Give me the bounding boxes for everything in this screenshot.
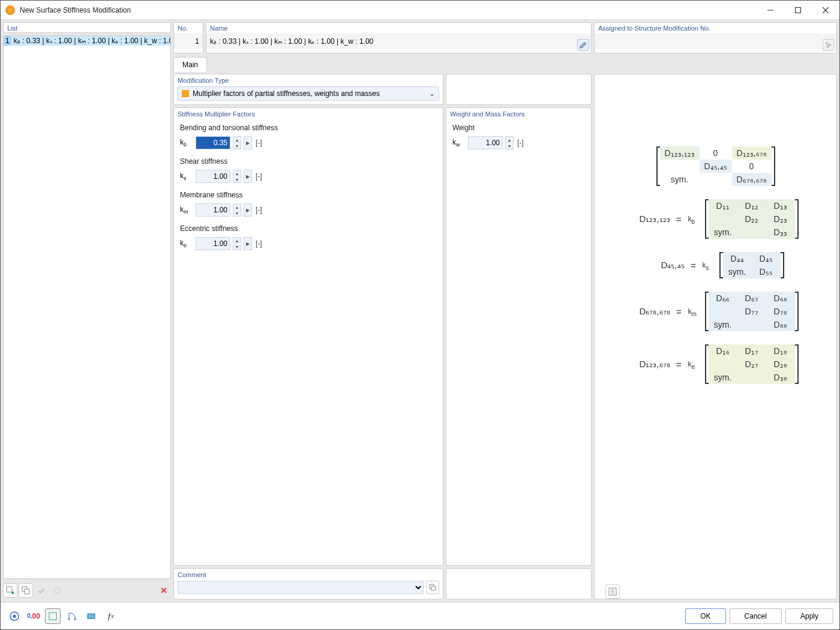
name-label: Name: [206, 23, 591, 34]
window-title: New Surface Stiffness Modification: [20, 6, 757, 14]
svg-rect-16: [88, 614, 95, 619]
delete-item-button[interactable]: ✕: [157, 583, 171, 598]
chevron-down-icon: ⌄: [429, 89, 435, 98]
new-item-button[interactable]: [3, 583, 17, 598]
bottom-bar: 0,00 ƒx OK Cancel Apply: [1, 602, 839, 629]
kb-input[interactable]: [196, 136, 230, 149]
ks-input[interactable]: [196, 170, 230, 183]
maximize-button[interactable]: [784, 1, 812, 20]
tool-button-2[interactable]: [50, 583, 64, 598]
kb-menu-button[interactable]: ▶: [244, 136, 252, 149]
bending-title: Bending and torsional stiffness: [180, 124, 437, 132]
pick-structure-button[interactable]: [823, 39, 835, 51]
kw-input[interactable]: [468, 136, 503, 149]
svg-rect-13: [49, 613, 56, 620]
kb-spinner[interactable]: ▲▼: [233, 136, 241, 149]
help-button[interactable]: [7, 608, 22, 624]
view-toggle-button[interactable]: [45, 608, 61, 624]
km-spinner[interactable]: ▲▼: [233, 203, 241, 217]
ks-spinner[interactable]: ▲▼: [233, 170, 241, 183]
tool-button-1[interactable]: [34, 583, 49, 598]
comment-spacer: [446, 568, 592, 599]
km-input[interactable]: [196, 203, 230, 217]
kw-spinner[interactable]: ▲▼: [505, 136, 514, 149]
no-input[interactable]: [174, 34, 203, 49]
app-icon: [5, 5, 15, 15]
stiffness-header: Stiffness Multiplier Factors: [174, 108, 443, 120]
titlebar: New Surface Stiffness Modification: [1, 1, 839, 20]
membrane-title: Membrane stiffness: [180, 191, 437, 199]
ok-button[interactable]: OK: [685, 608, 725, 624]
comment-library-button[interactable]: [426, 581, 439, 594]
assigned-label: Assigned to Structure Modification No.: [595, 23, 836, 34]
script-button[interactable]: ƒx: [103, 608, 118, 624]
modification-type-box: Modification Type Multiplier factors of …: [173, 74, 443, 105]
eccentric-title: Eccentric stiffness: [180, 224, 437, 233]
apply-button[interactable]: Apply: [785, 608, 833, 624]
comment-label: Comment: [174, 569, 443, 581]
modtype-dropdown[interactable]: Multiplier factors of partial stiffnesse…: [178, 86, 439, 101]
list[interactable]: 1 kᵦ : 0.33 | kₛ : 1.00 | kₘ : 1.00 | kₑ…: [3, 35, 171, 579]
svg-rect-4: [7, 587, 12, 592]
edit-name-button[interactable]: [577, 39, 589, 51]
structure-button[interactable]: [64, 608, 80, 624]
comment-input[interactable]: [178, 581, 424, 594]
shear-title: Shear stiffness: [180, 157, 437, 166]
km-menu-button[interactable]: ▶: [244, 203, 252, 217]
formula-panel: D₁₂₃,₁₂₃0D₁₂₃,₆₇₈ D₄₅,₄₅0 sym.D₆₇₈,₆₇₈ D…: [594, 74, 837, 599]
units-button[interactable]: 0,00: [26, 608, 41, 624]
tab-main[interactable]: Main: [173, 57, 207, 72]
ke-spinner[interactable]: ▲▼: [233, 237, 241, 250]
svg-rect-10: [431, 586, 436, 590]
svg-rect-6: [25, 589, 29, 594]
weight-header: Weight and Mass Factors: [446, 108, 591, 120]
modtype-swatch-icon: [182, 90, 189, 97]
hint-panel: [446, 74, 592, 105]
close-button[interactable]: [812, 1, 839, 20]
modtype-label: Modification Type: [174, 74, 443, 86]
formula-export-button[interactable]: [605, 584, 620, 599]
assigned-input[interactable]: [595, 34, 836, 49]
list-header: List: [4, 23, 170, 33]
svg-point-7: [54, 587, 60, 593]
list-toolbar: ✕: [3, 581, 171, 599]
minimize-button[interactable]: [757, 1, 784, 20]
ks-menu-button[interactable]: ▶: [244, 170, 252, 183]
render-button[interactable]: [83, 608, 99, 624]
cancel-button[interactable]: Cancel: [730, 608, 782, 624]
svg-point-12: [13, 614, 16, 617]
name-input[interactable]: [206, 34, 591, 49]
svg-point-14: [68, 618, 70, 620]
copy-item-button[interactable]: [19, 583, 33, 598]
no-label: No.: [174, 23, 203, 34]
ke-menu-button[interactable]: ▶: [244, 237, 252, 250]
list-item[interactable]: 1 kᵦ : 0.33 | kₛ : 1.00 | kₘ : 1.00 | kₑ…: [4, 36, 171, 46]
ke-input[interactable]: [196, 237, 230, 250]
svg-point-15: [74, 618, 76, 620]
weight-title: Weight: [452, 124, 585, 132]
svg-rect-1: [796, 7, 801, 13]
